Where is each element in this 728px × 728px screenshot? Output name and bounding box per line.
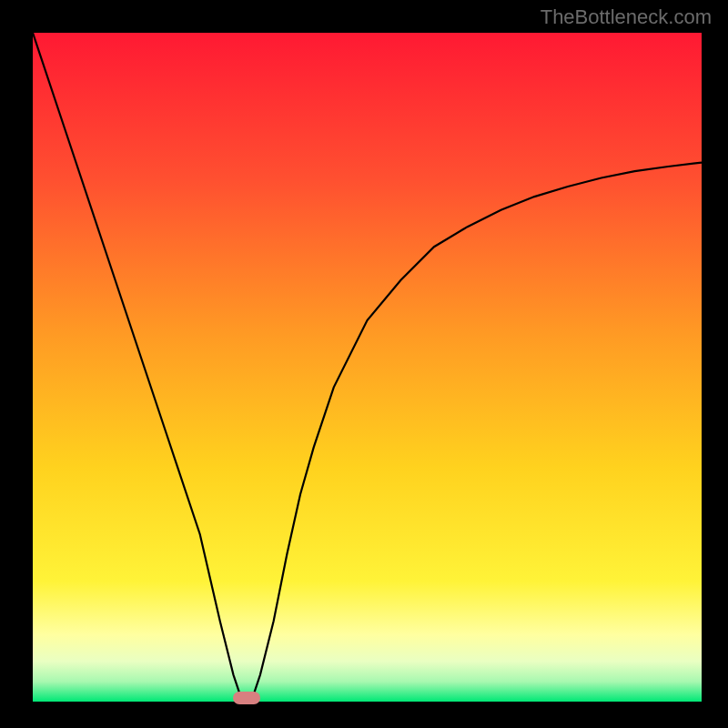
plot-area: [33, 33, 702, 702]
watermark-text: TheBottleneck.com: [541, 5, 712, 29]
curve-line: [33, 33, 702, 702]
optimal-marker: [233, 692, 260, 704]
